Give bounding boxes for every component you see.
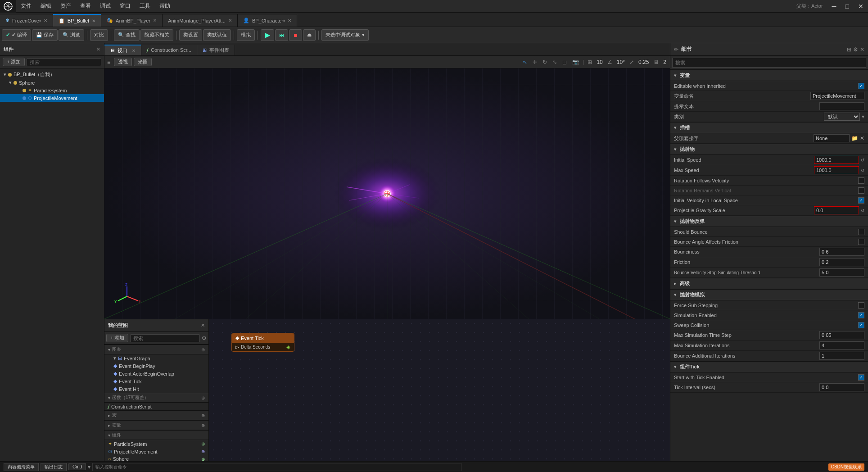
- variables-section[interactable]: ▸ 变量 ⊕: [104, 420, 208, 430]
- variables-section-header[interactable]: ▾ 变量: [670, 70, 868, 81]
- event-hit[interactable]: ◆ Event Hit: [104, 385, 208, 393]
- blueprint-settings-icon[interactable]: ⚙: [202, 335, 207, 341]
- tab-bpbullet[interactable]: 📋 BP_Bullet ✕: [53, 14, 101, 27]
- checkbox-bounce-angle[interactable]: [858, 239, 864, 245]
- vt-icon-mode[interactable]: ◻: [561, 59, 569, 65]
- hide-unrelated-button[interactable]: 隐藏不相关: [140, 29, 173, 41]
- vt-grid-icon[interactable]: ⊞: [586, 59, 594, 65]
- add-component-button[interactable]: + 添加: [3, 58, 25, 66]
- simulate-button[interactable]: 模拟: [237, 29, 255, 41]
- menu-file[interactable]: 文件: [16, 0, 36, 13]
- vt-hamburger[interactable]: ≡: [107, 59, 110, 65]
- comp-bpbullet-root[interactable]: ▾ BP_Bullet（自我）: [0, 70, 104, 79]
- vtab-construction[interactable]: 𝑓 Construction Scr...: [141, 45, 197, 55]
- vt-icon-translate[interactable]: ✛: [531, 59, 539, 65]
- input-friction[interactable]: [819, 258, 864, 266]
- window-min[interactable]: ─: [827, 0, 841, 13]
- components-bottom-section[interactable]: ▾ 组件: [104, 430, 208, 440]
- projectile-model-section-header[interactable]: ▾ 抛射物模拟: [670, 289, 868, 300]
- tab-animmontage[interactable]: AnimMontage_PlayerAtt... ✕: [163, 14, 238, 27]
- bounce-section-header[interactable]: ▾ 抛射物反弹: [670, 216, 868, 227]
- vt-angle-icon[interactable]: ∠: [606, 59, 614, 65]
- blueprint-add-btn[interactable]: + 添加: [106, 334, 128, 342]
- find-button[interactable]: 🔍 查找: [114, 29, 140, 41]
- tab-bpbullet-close[interactable]: ✕: [92, 18, 95, 23]
- menu-edit[interactable]: 编辑: [36, 0, 56, 13]
- input-bounciness[interactable]: [819, 248, 864, 256]
- blueprint-close[interactable]: ✕: [201, 322, 205, 328]
- functions-section[interactable]: ▾ 函数（17可覆盖） ⊕: [104, 393, 208, 403]
- select-category[interactable]: 默认: [824, 113, 860, 121]
- event-beginplay[interactable]: ◆ Event BeginPlay: [104, 362, 208, 370]
- tab-frozencove[interactable]: ❄ FrozenCove• ✕: [0, 14, 53, 27]
- reset-initial-speed[interactable]: ↺: [861, 158, 864, 163]
- vt-perspective-btn[interactable]: 透视: [114, 58, 132, 66]
- component-tick-section-header[interactable]: ▾ 组件Tick: [670, 361, 868, 372]
- details-close-icon[interactable]: ✕: [860, 46, 864, 53]
- vt-lit-btn[interactable]: 光照: [134, 58, 152, 66]
- tab-bpcharacter[interactable]: 👤 BP_Character• ✕: [238, 14, 297, 27]
- graph-section[interactable]: ▾ 图表 ⊕: [104, 345, 208, 354]
- details-search[interactable]: [672, 58, 866, 68]
- status-cmd-input[interactable]: [92, 463, 461, 471]
- diff-button[interactable]: 对比: [90, 29, 108, 41]
- tab-animbp[interactable]: 🎭 AnimBP_Player ✕: [101, 14, 163, 27]
- checkbox-editable-inherited[interactable]: [858, 83, 864, 89]
- tab-animbp-close[interactable]: ✕: [153, 18, 157, 23]
- tab-bpcharacter-close[interactable]: ✕: [288, 18, 291, 23]
- comp-sphere[interactable]: ▾ Sphere: [0, 79, 104, 86]
- input-max-sim-time[interactable]: [819, 331, 864, 339]
- class-defaults-button[interactable]: 类默认值: [203, 29, 231, 41]
- eject-button[interactable]: ⏏: [303, 29, 316, 41]
- menu-view[interactable]: 查看: [76, 0, 95, 13]
- debug-target-dropdown[interactable]: 未选中调试对象 ▾: [321, 29, 369, 41]
- menu-tools[interactable]: 工具: [135, 0, 155, 13]
- details-settings-icon[interactable]: ⚙: [853, 46, 858, 53]
- tab-animmontage-close[interactable]: ✕: [228, 18, 232, 23]
- advanced-section-header[interactable]: ▸ 高级: [670, 278, 868, 289]
- input-tooltip[interactable]: [819, 102, 864, 110]
- checkbox-sim-enabled[interactable]: [858, 312, 864, 318]
- status-output-btn[interactable]: 输出日志: [41, 463, 67, 471]
- construction-script-item[interactable]: 𝑓 ConstructionScript: [104, 403, 208, 410]
- components-search[interactable]: [27, 58, 101, 66]
- event-tick-node[interactable]: ◆ Event Tick ▷ Delta Seconds ◉: [231, 333, 294, 352]
- vtab-viewport[interactable]: 🖥 视口 ✕: [104, 45, 141, 55]
- vt-icon-scale[interactable]: ⤡: [551, 59, 559, 65]
- menu-help[interactable]: 帮助: [155, 0, 175, 13]
- checkbox-start-tick[interactable]: [858, 374, 864, 381]
- event-actoroverlap[interactable]: ◆ Event ActorBeginOverlap: [104, 370, 208, 377]
- status-content-btn[interactable]: 内容侧滑菜单: [4, 463, 39, 471]
- input-gravity-scale[interactable]: [814, 206, 859, 214]
- vt-screen-icon[interactable]: 🖥: [651, 59, 660, 65]
- add-variable-icon[interactable]: ⊕: [201, 423, 205, 428]
- tab-frozencove-close[interactable]: ✕: [44, 18, 47, 23]
- vt-icon-camera[interactable]: 📷: [570, 59, 581, 65]
- checkbox-init-vel[interactable]: [858, 197, 864, 204]
- reset-gravity-scale[interactable]: ↺: [861, 208, 864, 213]
- macros-section[interactable]: ▸ 宏 ⊕: [104, 410, 208, 420]
- input-tick-interval[interactable]: [819, 383, 864, 391]
- add-graph-icon[interactable]: ⊕: [201, 347, 205, 352]
- reset-max-speed[interactable]: ↺: [861, 168, 864, 173]
- checkbox-sweep-collision[interactable]: [858, 322, 864, 328]
- checkbox-rot-follows[interactable]: [858, 177, 864, 184]
- projectile-section-header[interactable]: ▾ 抛射物: [670, 144, 868, 155]
- socket-open-icon[interactable]: 📁: [851, 135, 858, 141]
- input-max-sim-iter[interactable]: [819, 341, 864, 349]
- event-graph-canvas[interactable]: ◆ Event Tick ▷ Delta Seconds ◉: [209, 319, 670, 472]
- window-close[interactable]: ✕: [854, 0, 868, 13]
- status-cmd-btn[interactable]: Cmd: [68, 463, 86, 470]
- blueprint-search[interactable]: [130, 334, 200, 342]
- play-button[interactable]: ▶: [261, 29, 274, 41]
- compile-button[interactable]: ✔ ✔ 编译: [2, 29, 31, 41]
- event-tick[interactable]: ◆ Event Tick: [104, 377, 208, 385]
- vtab-eventgraph[interactable]: ⊞ 事件图表: [197, 45, 235, 55]
- details-lock-icon[interactable]: ⊞: [847, 46, 851, 53]
- input-bounce-iter[interactable]: [819, 352, 864, 360]
- play-next-button[interactable]: ⏭: [275, 29, 288, 41]
- checkbox-should-bounce[interactable]: [858, 229, 864, 235]
- checkbox-rot-vertical[interactable]: [858, 187, 864, 194]
- save-button[interactable]: 💾 保存: [32, 29, 58, 41]
- viewport-3d[interactable]: X Y Z: [104, 68, 670, 319]
